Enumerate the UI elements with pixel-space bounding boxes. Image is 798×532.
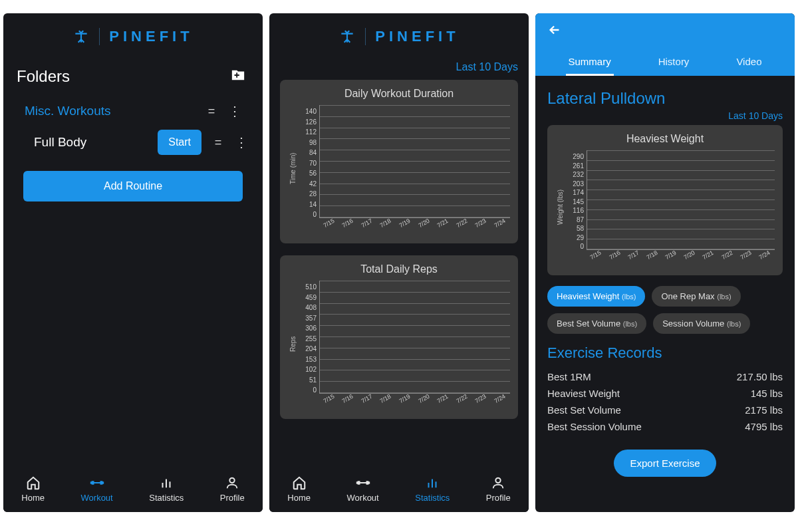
screen-exercise-detail: SummaryHistoryVideo Lateral Pulldown Las… [535, 13, 795, 512]
nav-profile[interactable]: Profile [486, 475, 511, 503]
start-button[interactable]: Start [158, 130, 201, 155]
folders-heading: Folders [17, 67, 70, 86]
chip-heaviest-weight[interactable]: Heaviest Weight (lbs) [547, 286, 645, 307]
drag-handle-icon[interactable]: = [204, 104, 219, 118]
records-list: Best 1RM217.50 lbsHeaviest Weight145 lbs… [547, 368, 783, 435]
record-row: Heaviest Weight145 lbs [547, 385, 783, 402]
bottom-nav: HomeWorkoutStatisticsProfile [3, 470, 263, 512]
dumbbell-logo-icon [338, 28, 356, 45]
records-heading: Exercise Records [547, 344, 783, 362]
chart-title: Daily Workout Duration [288, 88, 510, 100]
nav-home[interactable]: Home [21, 475, 45, 503]
chart-plot: 7/157/167/177/187/197/207/217/227/237/24 [319, 281, 510, 394]
add-folder-button[interactable] [227, 64, 249, 88]
screen-statistics: PINEFIT Last 10 Days Daily Workout Durat… [269, 13, 529, 512]
record-row: Best 1RM217.50 lbs [547, 368, 783, 385]
dumbbell-icon [356, 475, 370, 490]
chart-plot: 7/157/167/177/187/197/207/217/227/237/24 [319, 105, 510, 218]
person-icon [491, 475, 505, 490]
chip-session-volume[interactable]: Session Volume (lbs) [653, 313, 750, 334]
routine-row: Full Body Start = ⋮ [14, 124, 252, 160]
svg-point-0 [230, 478, 235, 483]
chart-bars [587, 150, 775, 249]
routine-name: Full Body [34, 135, 86, 150]
more-icon[interactable]: ⋮ [228, 103, 241, 119]
x-axis-ticks: 7/157/167/177/187/197/207/217/227/237/24 [587, 255, 775, 261]
screen-workout: PINEFIT Folders Misc. Workouts = ⋮ Full … [3, 13, 263, 512]
nav-statistics[interactable]: Statistics [415, 475, 450, 503]
drag-handle-icon[interactable]: = [211, 136, 225, 150]
x-axis-ticks: 7/157/167/177/187/197/207/217/227/237/24 [320, 398, 510, 405]
chart-card-reps: Total Daily Reps Reps5104594083573062552… [280, 255, 518, 419]
chart-card-duration: Daily Workout Duration Time (min)1401261… [280, 80, 518, 243]
tab-bar: SummaryHistoryVideo [545, 49, 785, 76]
date-range-link[interactable]: Last 10 Days [269, 57, 529, 80]
record-row: Best Session Volume4795 lbs [547, 418, 783, 435]
nav-workout[interactable]: Workout [81, 475, 113, 503]
dumbbell-logo-icon [72, 28, 90, 45]
tab-history[interactable]: History [656, 49, 692, 76]
exercise-title: Lateral Pulldown [547, 89, 783, 108]
more-icon[interactable]: ⋮ [235, 134, 248, 150]
person-icon [225, 475, 239, 490]
bars-icon [425, 475, 440, 490]
chart-title: Heaviest Weight [555, 133, 775, 145]
folder-plus-icon [231, 68, 245, 82]
home-icon [26, 475, 41, 490]
arrow-left-icon [547, 23, 562, 37]
y-axis-label: Reps [288, 281, 298, 407]
chart-card-weight: Heaviest Weight Weight (lbs)290261232203… [547, 125, 783, 275]
brand-name: PINEFIT [109, 28, 193, 45]
add-routine-button[interactable]: Add Routine [23, 171, 243, 201]
top-app-bar: SummaryHistoryVideo [535, 13, 795, 76]
y-axis-label: Weight (lbs) [555, 150, 565, 263]
export-exercise-button[interactable]: Export Exercise [614, 450, 716, 477]
nav-profile[interactable]: Profile [220, 475, 245, 503]
brand-header: PINEFIT [269, 13, 529, 57]
date-range-link[interactable]: Last 10 Days [547, 110, 783, 121]
brand-header: PINEFIT [3, 13, 263, 57]
bars-icon [159, 475, 174, 490]
y-axis-label: Time (min) [288, 105, 298, 231]
nav-home[interactable]: Home [287, 475, 311, 503]
chart-bars [320, 105, 510, 217]
chip-best-set-volume[interactable]: Best Set Volume (lbs) [547, 313, 646, 334]
metric-chips: Heaviest Weight (lbs)One Rep Max (lbs)Be… [547, 286, 783, 334]
dumbbell-icon [90, 475, 104, 490]
back-button[interactable] [545, 20, 565, 44]
chip-one-rep-max[interactable]: One Rep Max (lbs) [652, 286, 740, 307]
chart-plot: 7/157/167/177/187/197/207/217/227/237/24 [587, 150, 775, 250]
svg-point-1 [496, 478, 501, 483]
tab-video[interactable]: Video [733, 49, 764, 76]
chart-title: Total Daily Reps [288, 263, 510, 275]
folder-name: Misc. Workouts [25, 104, 111, 118]
x-axis-ticks: 7/157/167/177/187/197/207/217/227/237/24 [320, 223, 510, 229]
y-axis-ticks: 510459408357306255204153102510 [298, 281, 319, 407]
nav-workout[interactable]: Workout [347, 475, 379, 503]
tab-summary[interactable]: Summary [566, 49, 614, 76]
bottom-nav: HomeWorkoutStatisticsProfile [269, 470, 529, 512]
nav-statistics[interactable]: Statistics [149, 475, 184, 503]
folder-row[interactable]: Misc. Workouts = ⋮ [14, 98, 252, 124]
home-icon [292, 475, 307, 490]
chart-bars [320, 281, 510, 393]
y-axis-ticks: 2902612322031741451168758290 [565, 150, 587, 263]
record-row: Best Set Volume2175 lbs [547, 402, 783, 418]
brand-name: PINEFIT [375, 28, 459, 45]
y-axis-ticks: 140126112988470564228140 [298, 105, 319, 231]
